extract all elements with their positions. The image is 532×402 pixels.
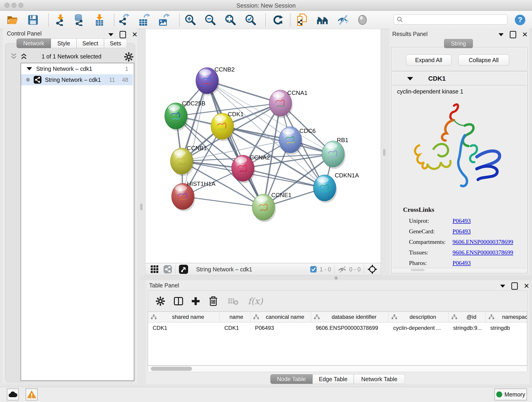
column-header[interactable]: namespace [486,312,527,322]
table-data-row[interactable]: CDK1CDK1P064939606.ENSP00000378699cyclin… [148,322,527,333]
string-view-icon[interactable] [163,265,172,274]
help-icon[interactable]: ? [514,14,526,26]
results-scrollbar-track[interactable] [393,268,526,272]
expand-all-networks-icon[interactable] [20,53,28,61]
refresh-icon[interactable] [272,14,284,26]
export-table-icon[interactable] [138,14,150,26]
panel-float-icon[interactable] [509,31,517,38]
fit-selected-crosshair-icon[interactable] [367,264,377,274]
zoom-out-icon[interactable] [204,14,216,26]
zoom-selected-icon[interactable] [245,14,257,26]
panel-float-icon[interactable] [511,283,519,289]
add-column-plus-icon[interactable] [191,297,200,306]
table-cell[interactable]: cyclin-dependent ... [389,322,449,333]
panel-menu-chevron-icon[interactable] [499,283,507,289]
graph-node-CCNB1[interactable] [171,148,193,174]
string-network-graph[interactable]: CCNB2CCNA1CDC25BCDK1CDC6RB1CCNB1CCNA2CDK… [146,29,380,263]
results-scrollbar-thumb[interactable] [411,269,424,271]
tab-sets[interactable]: Sets [104,38,127,48]
tab-network[interactable]: Network [17,38,51,48]
search-input[interactable] [403,16,500,23]
column-header[interactable]: description [389,312,449,322]
cloud-button[interactable] [7,389,19,400]
network-collection-row[interactable]: String Network – cdk1 1 [21,63,133,74]
home-houses-icon[interactable] [317,14,329,26]
column-header[interactable]: database identifier [311,312,389,322]
graph-node-RB1[interactable] [322,141,344,167]
import-network-file-icon[interactable] [55,14,66,26]
table-cell[interactable]: P06493 [250,322,311,333]
table-cell[interactable]: stringdb [486,322,527,333]
tab-string[interactable]: String [444,39,473,48]
column-header[interactable]: @id [449,312,486,322]
save-session-icon[interactable] [27,14,39,26]
results-panel-title: Results Panel [392,31,428,37]
open-session-icon[interactable] [7,14,19,26]
panel-menu-chevron-icon[interactable] [497,31,505,38]
birds-eye-view-icon[interactable] [179,264,188,274]
import-network-database-icon[interactable] [73,14,85,26]
table-cell[interactable]: stringdb:9... [449,322,486,333]
import-table-file-icon[interactable] [94,14,105,26]
table-hscrollbar-thumb[interactable] [151,367,192,371]
zoom-in-icon[interactable] [184,14,196,26]
column-header[interactable]: shared name [148,312,220,322]
network-options-gear-icon[interactable] [124,52,134,62]
tab-select[interactable]: Select [76,38,104,48]
grid-view-icon[interactable] [151,265,159,274]
panel-float-icon[interactable] [119,31,127,38]
table-cell[interactable]: 9606.ENSP00000378699 [311,322,389,333]
column-header[interactable]: canonical name [250,312,311,322]
graph-node-HIST1H1A[interactable] [172,183,194,210]
panel-close-icon[interactable]: ✕ [523,283,530,289]
horizontal-splitter[interactable] [140,275,532,280]
delete-table-icon[interactable] [228,297,239,305]
table-hscrollbar[interactable] [148,366,527,372]
node-table[interactable]: shared namenamecanonical namedatabase id… [148,312,527,366]
export-network-icon[interactable] [118,14,130,26]
gene-collapse-icon[interactable] [407,77,413,80]
column-header-label: name [222,314,250,320]
panel-close-icon[interactable]: ✕ [131,31,139,38]
network-canvas[interactable]: CCNB2CCNA1CDC25BCDK1CDC6RB1CCNB1CCNA2CDK… [145,29,381,263]
panel-menu-chevron-icon[interactable] [107,31,115,38]
table-cell[interactable]: CDK1 [220,322,250,333]
crosslink-value-link[interactable]: P06493 [452,228,471,239]
table-options-gear-icon[interactable] [155,296,165,306]
hide-eye-slash-icon[interactable] [337,14,349,26]
warning-button[interactable] [26,389,38,400]
left-splitter-handle[interactable] [140,204,143,211]
collapse-all-button[interactable]: Collapse All [458,55,509,65]
collapse-all-networks-icon[interactable] [10,53,18,61]
crosslink-value-link[interactable]: 9606.ENSP00000378699 [452,249,513,260]
export-image-icon[interactable] [158,14,170,26]
right-splitter-handle[interactable] [383,149,385,156]
panel-close-icon[interactable]: ✕ [521,31,529,38]
tab-node-table[interactable]: Node Table [270,374,312,384]
tab-style[interactable]: Style [51,38,76,48]
graph-node-CDC6[interactable] [279,127,302,153]
crosslink-value-link[interactable]: P06493 [452,217,471,228]
eye-gray-icon[interactable] [356,14,368,26]
network-row-selected[interactable]: String Network – cdk1 11 48 [21,74,133,85]
tab-network-table[interactable]: Network Table [354,374,405,384]
zoom-fit-icon[interactable] [225,14,236,26]
string-document-icon[interactable] [297,14,308,26]
graph-node-CDKN1A[interactable] [313,175,336,201]
crosslink-value-link[interactable]: 9606.ENSP00000378699 [452,239,513,249]
memory-button[interactable]: Memory [494,389,527,400]
collection-expand-icon[interactable] [27,67,32,70]
delete-column-trash-icon[interactable] [209,296,218,306]
table-cell[interactable]: CDK1 [148,322,220,333]
column-header[interactable]: name [220,312,250,322]
function-builder-icon[interactable]: f(x) [248,296,263,306]
footer-counters: 1 - 0 0 - 0 [310,264,380,274]
splitter-grip[interactable] [335,276,338,280]
tab-edge-table[interactable]: Edge Table [312,374,354,384]
expand-all-button[interactable]: Expand All [406,55,451,65]
column-header-label: description [397,314,448,320]
selected-checkbox-icon[interactable] [310,266,317,273]
gene-section-header[interactable]: CDK1 [392,72,527,85]
show-columns-icon[interactable] [174,296,183,306]
graph-node-CDC25B[interactable] [165,103,187,129]
